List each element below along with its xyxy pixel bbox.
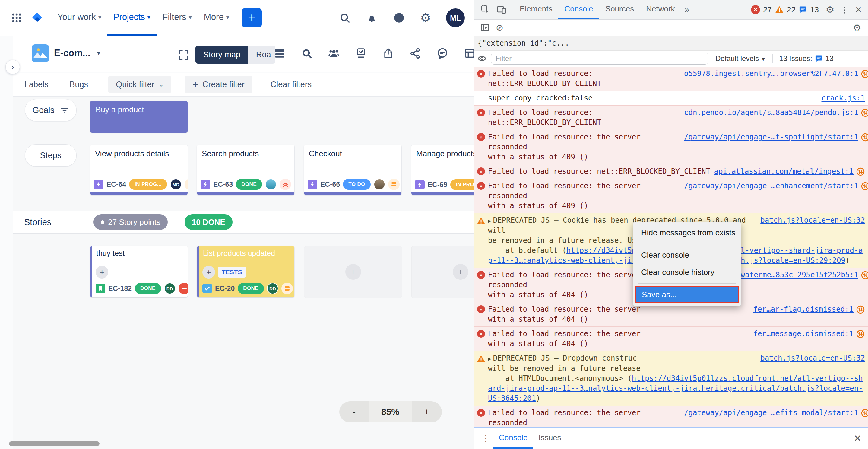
assignee-avatar[interactable]: DD	[267, 283, 278, 294]
source-link[interactable]: batch.js?locale=en-US:32	[760, 353, 865, 363]
console-settings-icon[interactable]: ⚙	[852, 22, 865, 33]
steps-row-pill[interactable]: Steps	[25, 144, 76, 167]
source-link[interactable]: batch.js?locale=en-US:32	[760, 215, 865, 226]
menu-item-hide-messages-from-exists[interactable]: Hide messages from exists	[633, 224, 741, 241]
source-link[interactable]: o55978.ingest.sentry….browser%2F7.47.0:1	[684, 69, 858, 79]
nav-item-your-work[interactable]: Your work▾	[51, 0, 107, 36]
clear-console-icon[interactable]: ⊘	[493, 22, 506, 33]
nav-item-projects[interactable]: Projects▾	[107, 0, 157, 36]
assignee-avatar[interactable]	[265, 179, 277, 190]
zoom-in-button[interactable]: +	[412, 401, 442, 422]
inspect-icon[interactable]	[477, 0, 493, 19]
create-filter-button[interactable]: + Create filter	[185, 76, 252, 93]
menu-item-clear-console[interactable]: Clear console	[633, 246, 741, 264]
share-icon[interactable]	[409, 47, 422, 60]
kebab-menu-icon[interactable]: ⋮	[838, 0, 852, 19]
source-link[interactable]: cdn.pendo.io/agent/s…8aa54814/pendo.js:1	[684, 108, 858, 118]
assignee-avatar[interactable]: DD	[164, 283, 176, 294]
console-sidebar-icon[interactable]	[477, 23, 493, 33]
zoom-out-button[interactable]: -	[339, 401, 369, 422]
status-badge[interactable]: TO DO	[343, 179, 371, 190]
issues-counter[interactable]: 13 Issues: 13	[779, 54, 834, 63]
devtools-tab-elements[interactable]: Elements	[514, 0, 558, 19]
drawer-close-icon[interactable]: ✕	[851, 427, 864, 449]
board-check-icon[interactable]	[354, 47, 368, 60]
error-count[interactable]: 27	[763, 5, 772, 14]
settings-icon[interactable]: ⚙	[420, 12, 431, 24]
devtools-tab-network[interactable]: Network	[640, 0, 681, 19]
issue-key[interactable]: EC-66	[320, 180, 340, 188]
message-count[interactable]: 13	[810, 5, 819, 14]
issue-key[interactable]: EC-69	[428, 181, 447, 189]
clear-filters-button[interactable]: Clear filters	[271, 80, 312, 89]
quick-filter-dropdown[interactable]: Quick filter ⌄	[108, 76, 171, 93]
add-story-placeholder[interactable]: +	[304, 246, 402, 298]
help-icon[interactable]: ?	[393, 12, 405, 24]
step-card[interactable]: CheckoutEC-66TO DO	[304, 145, 401, 195]
status-badge[interactable]: DONE	[135, 283, 161, 294]
device-toolbar-icon[interactable]	[493, 0, 510, 19]
people-icon[interactable]	[327, 47, 341, 60]
expand-triangle-icon[interactable]: ▶	[488, 217, 491, 224]
source-link[interactable]: /gateway/api/engage-…efits-modal/start:1	[684, 408, 858, 418]
story-card[interactable]: thuy test+EC-182DONEDD	[90, 246, 188, 297]
feedback-icon[interactable]	[436, 47, 449, 60]
bugs-filter[interactable]: Bugs	[70, 80, 88, 89]
status-badge[interactable]: DONE	[236, 179, 262, 190]
source-link[interactable]: fer…message.dismissed:1	[753, 329, 854, 339]
app-switcher-icon[interactable]	[11, 0, 22, 36]
horizontal-scrollbar[interactable]	[9, 442, 99, 446]
project-switcher[interactable]: E-com... ▾	[32, 44, 100, 62]
user-avatar[interactable]: ML	[446, 8, 465, 27]
source-link[interactable]: fer…ar-flag.dismissed:1	[753, 304, 854, 315]
menu-item-clear-console-history[interactable]: Clear console history	[633, 264, 741, 281]
export-icon[interactable]	[381, 47, 395, 60]
status-badge[interactable]: IN PROG...	[450, 179, 474, 190]
devtools-tab-sources[interactable]: Sources	[599, 0, 640, 19]
issue-key[interactable]: EC-20	[215, 285, 235, 293]
bell-icon[interactable]	[366, 12, 378, 24]
expand-sidebar-button[interactable]: ›	[5, 60, 20, 74]
log-levels-dropdown[interactable]: Default levels ▼	[715, 54, 766, 63]
step-card[interactable]: View products detailsEC-64IN PROG...MD	[90, 145, 188, 195]
issue-key[interactable]: EC-182	[108, 285, 132, 293]
console-filter-input[interactable]	[491, 53, 708, 65]
view-tab-story-map[interactable]: Story map	[195, 46, 248, 64]
add-icon[interactable]: +	[96, 266, 108, 278]
story-card[interactable]: List products updated+TESTSEC-20DONEDD	[197, 246, 294, 297]
issue-key[interactable]: EC-63	[213, 180, 233, 188]
status-badge[interactable]: DONE	[238, 283, 264, 294]
eye-icon[interactable]	[477, 54, 487, 63]
search-bold-icon[interactable]	[300, 47, 313, 60]
issue-key[interactable]: EC-64	[106, 180, 126, 188]
fullscreen-icon[interactable]	[177, 49, 190, 61]
goal-card[interactable]: Buy a product	[90, 101, 188, 133]
assignee-avatar[interactable]: MD	[170, 179, 182, 190]
source-link[interactable]: /gateway/api/engage-…enhancement/start:1	[684, 181, 858, 191]
list-icon[interactable]	[273, 47, 286, 60]
devtools-settings-icon[interactable]: ⚙	[823, 0, 838, 19]
source-link[interactable]: crack.js:1	[822, 93, 865, 103]
jira-logo-icon[interactable]	[30, 0, 43, 36]
card-view-icon[interactable]	[463, 47, 474, 60]
nav-item-more[interactable]: More▾	[198, 0, 235, 36]
step-card[interactable]: Search productsEC-63DONE	[197, 145, 294, 195]
drawer-menu-icon[interactable]: ⋮	[478, 427, 493, 449]
assignee-avatar[interactable]	[374, 179, 385, 190]
devtools-close-icon[interactable]: ✕	[852, 0, 865, 19]
step-card[interactable]: Manage productsEC-69IN PROG...	[411, 145, 474, 195]
status-badge[interactable]: IN PROG...	[129, 179, 167, 190]
source-link[interactable]: api.atlassian.com/metal/ingest:1	[714, 167, 854, 177]
drawer-tab-issues[interactable]: Issues	[533, 427, 566, 449]
labels-filter[interactable]: Labels	[25, 80, 49, 89]
drawer-tab-console[interactable]: Console	[493, 427, 533, 449]
add-icon[interactable]: +	[203, 266, 215, 278]
warning-count[interactable]: 22	[787, 5, 796, 14]
more-tabs-icon[interactable]: »	[681, 0, 693, 19]
goals-row-pill[interactable]: Goals	[25, 99, 76, 121]
live-expression-bar[interactable]: {"extension_id":"c...	[474, 36, 868, 51]
search-icon[interactable]	[339, 12, 351, 24]
add-icon[interactable]: +	[453, 264, 468, 280]
menu-item-save-as[interactable]: Save as...	[635, 286, 739, 303]
add-story-placeholder[interactable]: +	[411, 246, 474, 298]
